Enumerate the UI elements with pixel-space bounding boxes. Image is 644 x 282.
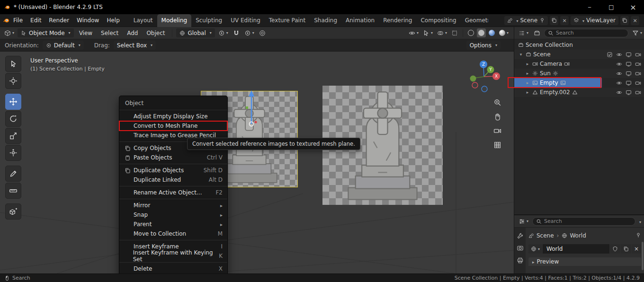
render-visibility-icon[interactable] — [635, 80, 641, 86]
tool-add-cube[interactable] — [5, 203, 21, 220]
menu-view[interactable]: View — [76, 30, 96, 36]
drag-dropdown[interactable]: Select Box — [114, 41, 156, 50]
outliner-row-empty-002[interactable]: Empty.002 — [514, 88, 644, 97]
menu-file[interactable]: File — [9, 17, 27, 24]
outliner-row-scene[interactable]: Scene — [514, 50, 644, 59]
tab-compositing[interactable]: Compositing — [416, 14, 460, 27]
outliner-row-camera[interactable]: Camera — [514, 59, 644, 69]
toggle-perspective-control[interactable] — [492, 139, 503, 150]
tab-uv-editing[interactable]: UV Editing — [226, 14, 265, 27]
pan-control[interactable] — [492, 111, 503, 122]
zoom-control[interactable] — [492, 97, 503, 108]
menu-object[interactable]: Object — [143, 30, 168, 36]
menu-item-adjust-empty-display-size[interactable]: Adjust Empty Display Size — [119, 112, 227, 121]
options-dropdown[interactable]: Options — [466, 41, 501, 50]
viewport-visibility-icon[interactable] — [626, 89, 632, 96]
tab-sculpting[interactable]: Sculpting — [191, 14, 226, 27]
unlink-world-button[interactable]: × — [632, 244, 641, 254]
tab-animation[interactable]: Animation — [341, 14, 379, 27]
tab-geometry-nodes[interactable]: Geometry Nod — [461, 14, 488, 27]
tool-transform[interactable] — [5, 145, 21, 161]
viewport-visibility-icon[interactable] — [626, 80, 632, 86]
outliner-filter-button[interactable] — [631, 28, 644, 37]
menu-item-snap[interactable]: Snap — [119, 210, 227, 220]
axis-neg-x-ball[interactable] — [472, 82, 478, 88]
breadcrumb-world[interactable]: World — [570, 232, 586, 239]
tab-layout[interactable]: Layout — [129, 14, 157, 27]
menu-item-move-to-collection[interactable]: Move to Collection M — [119, 229, 227, 238]
pin-icon[interactable] — [539, 18, 545, 23]
properties-options-dropdown-icon[interactable] — [638, 218, 641, 225]
proportional-editing-button[interactable] — [258, 28, 267, 37]
expand-icon[interactable] — [525, 62, 530, 66]
menu-select[interactable]: Select — [98, 30, 122, 36]
render-visibility-icon[interactable] — [635, 52, 641, 58]
render-visibility-icon[interactable] — [635, 70, 641, 77]
visibility-dropdown-button[interactable] — [407, 28, 420, 37]
tool-select-box[interactable] — [5, 56, 21, 72]
checkbox-icon[interactable] — [607, 52, 613, 58]
blender-menu-icon[interactable] — [3, 17, 9, 24]
render-visibility-icon[interactable] — [635, 89, 641, 96]
menu-item-mirror[interactable]: Mirror — [119, 201, 227, 210]
properties-editor-type-button[interactable] — [517, 217, 530, 226]
world-name-field[interactable] — [543, 244, 609, 254]
snap-toggle-button[interactable] — [232, 28, 241, 37]
new-copy-button[interactable] — [621, 244, 631, 254]
tab-shading[interactable]: Shading — [310, 14, 341, 27]
orientation-dropdown[interactable]: Default — [43, 41, 84, 50]
properties-search-input[interactable] — [544, 218, 632, 224]
tool-cursor[interactable] — [5, 73, 21, 89]
viewport-visibility-icon[interactable] — [626, 70, 632, 77]
overlays-dropdown-button[interactable] — [436, 28, 448, 37]
hide-eye-icon[interactable] — [616, 80, 622, 86]
pivot-point-button[interactable] — [217, 28, 230, 37]
outliner-editor-type-button[interactable] — [517, 28, 530, 37]
mode-selector[interactable]: Object Mode — [18, 28, 74, 37]
tool-rotate[interactable] — [5, 111, 21, 127]
viewlayer-copy-button[interactable] — [620, 16, 629, 25]
tab-output-icon[interactable] — [517, 257, 524, 264]
outliner-search[interactable] — [544, 29, 628, 37]
editor-type-button[interactable] — [3, 28, 16, 37]
move-gizmo[interactable] — [243, 88, 272, 132]
fake-user-shield-button[interactable] — [610, 244, 620, 254]
menu-item-rename-active-object[interactable]: Rename Active Object... F2 — [119, 188, 227, 197]
hide-eye-icon[interactable] — [616, 70, 622, 77]
menu-edit[interactable]: Edit — [27, 17, 45, 24]
hide-eye-icon[interactable] — [616, 52, 622, 58]
tool-annotate[interactable] — [5, 166, 21, 182]
shading-rendered-button[interactable] — [498, 28, 510, 37]
menu-item-duplicate-linked[interactable]: Duplicate Linked Alt D — [119, 175, 227, 185]
breadcrumb-scene[interactable]: Scene — [537, 232, 554, 239]
menu-item-paste-objects[interactable]: Paste Objects Ctrl V — [119, 153, 227, 162]
outliner-row-scene-collection[interactable]: Scene Collection — [514, 40, 644, 50]
expand-icon[interactable] — [518, 52, 524, 57]
preview-section-header[interactable]: Preview — [528, 257, 641, 266]
scene-selector[interactable]: Scene — [504, 16, 548, 25]
shading-solid-button[interactable] — [477, 28, 486, 37]
menu-item-parent[interactable]: Parent — [119, 220, 227, 229]
scene-unlink-button[interactable]: × — [560, 16, 569, 25]
snapping-dropdown-button[interactable] — [243, 28, 256, 37]
camera-view-control[interactable] — [492, 125, 503, 136]
render-visibility-icon[interactable] — [635, 61, 641, 67]
outliner-display-mode-button[interactable] — [532, 28, 542, 37]
tab-modeling[interactable]: Modeling — [157, 14, 192, 27]
world-browse-button[interactable] — [528, 244, 542, 254]
close-button[interactable] — [622, 0, 644, 14]
xray-toggle-button[interactable] — [450, 28, 459, 37]
expand-icon[interactable] — [525, 80, 530, 85]
menu-item-delete[interactable]: Delete X — [119, 264, 227, 273]
tool-move[interactable] — [5, 94, 21, 110]
maximize-button[interactable] — [600, 0, 622, 14]
viewport-visibility-icon[interactable] — [626, 52, 632, 58]
scene-copy-button[interactable] — [550, 16, 558, 25]
hide-eye-icon[interactable] — [616, 61, 622, 67]
menu-window[interactable]: Window — [73, 17, 103, 24]
tool-measure[interactable] — [5, 183, 21, 199]
tab-render-icon[interactable] — [517, 245, 524, 252]
3d-viewport[interactable]: User Perspective (1) Scene Collection | … — [0, 52, 514, 273]
transform-orientation-selector[interactable]: Global — [176, 28, 215, 37]
viewlayer-remove-button[interactable]: × — [631, 16, 639, 25]
